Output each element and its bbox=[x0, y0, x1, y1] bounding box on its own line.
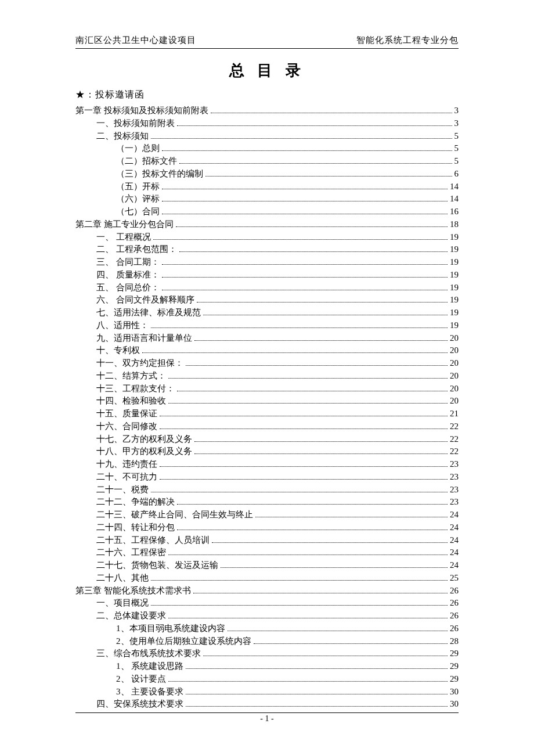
toc-entry[interactable]: 三、 合同工期：19 bbox=[75, 256, 459, 269]
toc-entry-page: 5 bbox=[454, 155, 459, 168]
toc-leader-dots bbox=[162, 143, 452, 152]
toc-entry[interactable]: 四、安保系统技术要求30 bbox=[75, 698, 459, 711]
toc-entry[interactable]: 十七、乙方的权利及义务22 bbox=[75, 433, 459, 446]
toc-entry-page: 19 bbox=[450, 243, 459, 256]
toc-entry[interactable]: 十八、甲方的权利及义务22 bbox=[75, 445, 459, 458]
toc-leader-dots bbox=[168, 370, 448, 379]
toc-entry[interactable]: 二、总体建设要求26 bbox=[75, 610, 459, 622]
toc-entry[interactable]: 十九、违约责任23 bbox=[75, 458, 459, 471]
toc-entry[interactable]: 二、 工程承包范围：19 bbox=[75, 243, 459, 256]
toc-entry[interactable]: （二）招标文件5 bbox=[75, 155, 459, 168]
toc-entry[interactable]: （一）总则5 bbox=[75, 142, 459, 155]
toc-entry-label: 五、 合同总价： bbox=[96, 282, 160, 294]
toc-leader-dots bbox=[168, 610, 448, 619]
toc-entry[interactable]: 二十五、工程保修、人员培训24 bbox=[75, 534, 459, 547]
toc-entry[interactable]: 八、适用性：19 bbox=[75, 319, 459, 332]
toc-entry[interactable]: 3、 主要设备要求30 bbox=[75, 686, 459, 699]
toc-entry-label: 三、综合布线系统技术要求 bbox=[96, 647, 201, 660]
toc-entry[interactable]: 五、 合同总价：19 bbox=[75, 282, 459, 294]
toc-leader-dots bbox=[151, 319, 448, 328]
toc-entry[interactable]: 十六、合同修改22 bbox=[75, 420, 459, 433]
toc-entry-label: 十、专利权 bbox=[96, 344, 140, 357]
toc-leader-dots bbox=[194, 433, 448, 442]
toc-entry[interactable]: 十一、双方约定担保：20 bbox=[75, 357, 459, 370]
toc-entry-label: 十三、工程款支付： bbox=[96, 383, 175, 395]
toc-entry-page: 28 bbox=[450, 635, 459, 648]
toc-entry[interactable]: 二十八、其他25 bbox=[75, 572, 459, 585]
toc-leader-dots bbox=[205, 168, 452, 177]
toc-entry-page: 6 bbox=[454, 168, 459, 181]
toc-entry-page: 19 bbox=[450, 269, 459, 282]
toc-entry[interactable]: 第三章 智能化系统技术需求书26 bbox=[75, 585, 459, 597]
page-header: 南汇区公共卫生中心建设项目 智能化系统工程专业分包 bbox=[75, 35, 459, 46]
toc-entry[interactable]: 二十二、争端的解决23 bbox=[75, 496, 459, 509]
toc-entry-label: 八、适用性： bbox=[96, 319, 149, 332]
toc-entry[interactable]: 2、使用单位后期独立建设系统内容28 bbox=[75, 635, 459, 648]
toc-entry[interactable]: 十三、工程款支付：20 bbox=[75, 383, 459, 395]
toc-entry[interactable]: 第一章 投标须知及投标须知前附表3 bbox=[75, 105, 459, 117]
toc-leader-dots bbox=[162, 181, 448, 189]
toc-entry-page: 20 bbox=[450, 395, 459, 408]
toc-entry[interactable]: 一、项目概况26 bbox=[75, 597, 459, 610]
toc-entry-label: 九、适用语言和计量单位 bbox=[96, 332, 192, 345]
toc-entry[interactable]: 2、 设计要点29 bbox=[75, 673, 459, 686]
toc-entry[interactable]: （三）投标文件的编制6 bbox=[75, 168, 459, 181]
toc-entry[interactable]: 二十一、税费23 bbox=[75, 484, 459, 496]
toc-entry[interactable]: 第二章 施工专业分包合同18 bbox=[75, 218, 459, 231]
toc-entry-label: 1、本项目弱电系统建设内容 bbox=[116, 622, 225, 635]
toc-entry[interactable]: 七、适用法律、标准及规范19 bbox=[75, 307, 459, 319]
toc-leader-dots bbox=[168, 395, 448, 404]
toc-entry-page: 24 bbox=[450, 546, 459, 559]
toc-entry-page: 14 bbox=[450, 193, 459, 206]
toc-entry-page: 16 bbox=[450, 206, 459, 218]
toc-entry[interactable]: 二十三、破产终止合同、合同生效与终止24 bbox=[75, 509, 459, 521]
toc-entry-label: 十六、合同修改 bbox=[96, 420, 157, 433]
toc-entry-label: （二）招标文件 bbox=[116, 155, 177, 168]
toc-entry[interactable]: 六、 合同文件及解释顺序19 bbox=[75, 294, 459, 307]
toc-entry[interactable]: （五）开标14 bbox=[75, 181, 459, 193]
toc-entry[interactable]: 三、综合布线系统技术要求29 bbox=[75, 647, 459, 660]
page-footer: - 1 - bbox=[75, 712, 459, 723]
toc-entry[interactable]: （六）评标14 bbox=[75, 193, 459, 206]
toc-entry-label: 二十八、其他 bbox=[96, 572, 149, 585]
toc-leader-dots bbox=[197, 294, 448, 303]
toc-entry[interactable]: 二十四、转让和分包24 bbox=[75, 521, 459, 534]
toc-entry[interactable]: 1、 系统建设思路29 bbox=[75, 660, 459, 673]
toc-entry-label: 三、 合同工期： bbox=[96, 256, 160, 269]
toc-leader-dots bbox=[162, 193, 448, 202]
toc-entry-label: 二十二、争端的解决 bbox=[96, 496, 175, 509]
toc-entry[interactable]: 1、本项目弱电系统建设内容26 bbox=[75, 622, 459, 635]
star-note: ★：投标邀请函 bbox=[75, 89, 459, 101]
toc-entry-label: 2、 设计要点 bbox=[116, 673, 166, 686]
toc-entry[interactable]: 一、投标须知前附表3 bbox=[75, 117, 459, 130]
toc-entry-label: 二十、不可抗力 bbox=[96, 471, 157, 484]
toc-entry[interactable]: 十五、质量保证21 bbox=[75, 408, 459, 420]
toc-entry[interactable]: （七）合同16 bbox=[75, 206, 459, 218]
toc-leader-dots bbox=[186, 358, 448, 366]
header-right-text: 智能化系统工程专业分包 bbox=[356, 35, 459, 46]
toc-entry[interactable]: 二十六、工程保密24 bbox=[75, 546, 459, 559]
toc-entry[interactable]: 十、专利权20 bbox=[75, 344, 459, 357]
toc-entry-page: 24 bbox=[450, 534, 459, 547]
toc-entry[interactable]: 十四、检验和验收20 bbox=[75, 395, 459, 408]
footer-divider bbox=[75, 712, 459, 713]
toc-leader-dots bbox=[177, 496, 448, 505]
toc-entry[interactable]: 九、适用语言和计量单位20 bbox=[75, 332, 459, 345]
toc-entry-page: 19 bbox=[450, 294, 459, 307]
toc-entry[interactable]: 四、 质量标准：19 bbox=[75, 269, 459, 282]
toc-leader-dots bbox=[168, 673, 448, 682]
toc-leader-dots bbox=[255, 509, 448, 518]
toc-entry-page: 22 bbox=[450, 445, 459, 458]
toc-entry[interactable]: 二十七、货物包装、发运及运输24 bbox=[75, 559, 459, 572]
toc-entry-label: 第一章 投标须知及投标须知前附表 bbox=[75, 105, 208, 117]
toc-leader-dots bbox=[151, 484, 448, 492]
toc-leader-dots bbox=[151, 572, 448, 581]
toc-entry[interactable]: 一、 工程概况19 bbox=[75, 231, 459, 244]
toc-leader-dots bbox=[228, 622, 448, 631]
toc-entry[interactable]: 二、投标须知5 bbox=[75, 130, 459, 143]
toc-leader-dots bbox=[162, 282, 448, 290]
toc-entry[interactable]: 二十、不可抗力23 bbox=[75, 471, 459, 484]
toc-entry-page: 20 bbox=[450, 370, 459, 383]
toc-entry[interactable]: 十二、结算方式：20 bbox=[75, 370, 459, 383]
toc-leader-dots bbox=[142, 345, 448, 354]
